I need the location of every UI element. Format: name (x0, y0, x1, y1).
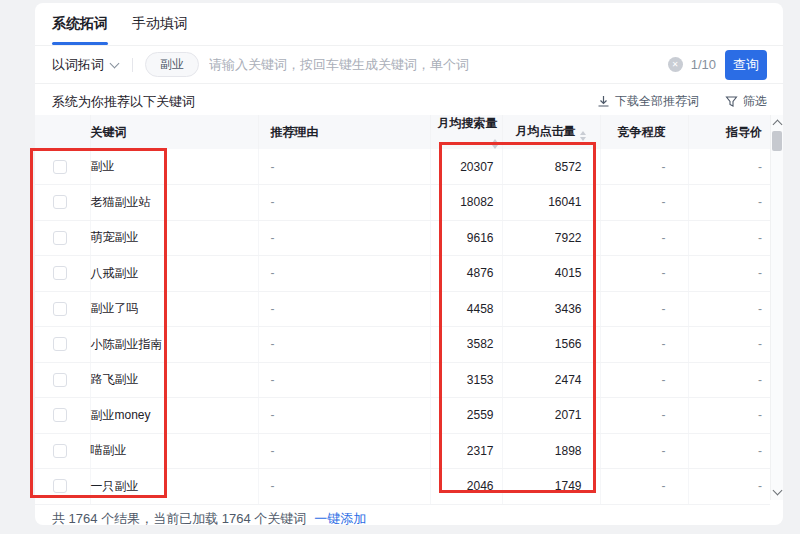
keyword-input[interactable]: 请输入关键词，按回车键生成关键词，单个词 (209, 56, 668, 74)
row-checkbox[interactable] (53, 195, 67, 209)
recommend-title: 系统为你推荐以下关键词 (52, 93, 571, 111)
checkbox-cell (35, 469, 90, 505)
row-checkbox[interactable] (53, 373, 67, 387)
competition-cell: - (600, 185, 688, 221)
recommend-header: 系统为你推荐以下关键词 下载全部推荐词 筛选 (35, 84, 783, 115)
price-cell: - (688, 469, 770, 505)
column-header-reason: 推荐理由 (258, 115, 430, 149)
table-row: 副业money - 2559 2071 - - (35, 398, 770, 434)
row-checkbox[interactable] (53, 337, 67, 351)
keyword-tag[interactable]: 副业 (145, 52, 199, 77)
checkbox-cell (35, 433, 90, 469)
sort-icon[interactable] (580, 131, 586, 141)
reason-cell: - (258, 220, 430, 256)
keyword-cell: 萌宠副业 (90, 220, 258, 256)
competition-cell: - (600, 149, 688, 185)
search-volume-cell: 9616 (430, 220, 502, 256)
keyword-cell: 副业money (90, 398, 258, 434)
search-volume-cell: 20307 (430, 149, 502, 185)
table-header-row: 关键词 推荐理由 月均搜索量 月均点击量 竞争程度 指导价 (35, 115, 770, 149)
table-row: 小陈副业指南 - 3582 1566 - - (35, 327, 770, 363)
checkbox-cell (35, 291, 90, 327)
keyword-table: 关键词 推荐理由 月均搜索量 月均点击量 竞争程度 指导价 副业 - 20307 (35, 115, 783, 505)
column-header-search-volume[interactable]: 月均搜索量 (430, 115, 502, 149)
select-all-header (35, 115, 90, 149)
row-checkbox[interactable] (53, 160, 67, 174)
reason-cell: - (258, 185, 430, 221)
checkbox-cell (35, 256, 90, 292)
download-all-button[interactable]: 下载全部推荐词 (597, 93, 699, 110)
competition-cell: - (600, 398, 688, 434)
row-checkbox[interactable] (53, 231, 67, 245)
expand-mode-select[interactable]: 以词拓词 (52, 56, 118, 74)
checkbox-cell (35, 327, 90, 363)
keyword-cell: 八戒副业 (90, 256, 258, 292)
vertical-scrollbar[interactable] (770, 115, 783, 500)
reason-cell: - (258, 398, 430, 434)
clear-icon[interactable] (668, 57, 683, 72)
add-all-link[interactable]: 一键添加 (314, 510, 366, 526)
price-cell: - (688, 185, 770, 221)
checkbox-cell (35, 220, 90, 256)
row-checkbox[interactable] (53, 408, 67, 422)
competition-cell: - (600, 220, 688, 256)
click-volume-cell: 3436 (502, 291, 600, 327)
price-cell: - (688, 327, 770, 363)
click-volume-cell: 8572 (502, 149, 600, 185)
search-volume-cell: 18082 (430, 185, 502, 221)
price-cell: - (688, 433, 770, 469)
table-row: 萌宠副业 - 9616 7922 - - (35, 220, 770, 256)
price-cell: - (688, 220, 770, 256)
row-checkbox[interactable] (53, 479, 67, 493)
click-volume-cell: 16041 (502, 185, 600, 221)
filter-button[interactable]: 筛选 (725, 93, 767, 110)
keyword-cell: 老猫副业站 (90, 185, 258, 221)
click-volume-cell: 1566 (502, 327, 600, 363)
query-button[interactable]: 查询 (725, 50, 767, 80)
reason-cell: - (258, 433, 430, 469)
tag-counter: 1/10 (691, 57, 716, 72)
keyword-cell: 副业 (90, 149, 258, 185)
click-volume-cell: 7922 (502, 220, 600, 256)
table-row: 喵副业 - 2317 1898 - - (35, 433, 770, 469)
row-checkbox[interactable] (53, 444, 67, 458)
competition-cell: - (600, 469, 688, 505)
reason-cell: - (258, 291, 430, 327)
keyword-cell: 一只副业 (90, 469, 258, 505)
sort-icon[interactable] (492, 139, 498, 149)
scroll-down-icon[interactable] (773, 486, 783, 496)
table-row: 副业了吗 - 4458 3436 - - (35, 291, 770, 327)
tab-label: 系统拓词 (52, 15, 108, 33)
tab-manual-fill[interactable]: 手动填词 (132, 3, 188, 45)
scroll-up-icon[interactable] (773, 120, 783, 130)
checkbox-cell (35, 185, 90, 221)
search-volume-cell: 2046 (430, 469, 502, 505)
scrollbar-thumb[interactable] (772, 131, 782, 151)
download-all-label: 下载全部推荐词 (615, 93, 699, 110)
search-bar: 以词拓词 副业 请输入关键词，按回车键生成关键词，单个词 1/10 查询 (35, 46, 783, 84)
click-volume-cell: 1898 (502, 433, 600, 469)
price-cell: - (688, 256, 770, 292)
reason-cell: - (258, 149, 430, 185)
checkbox-cell (35, 362, 90, 398)
price-cell: - (688, 291, 770, 327)
tab-label: 手动填词 (132, 15, 188, 33)
results-footer: 共 1764 个结果，当前已加载 1764 个关键词 一键添加 (35, 505, 783, 526)
competition-cell: - (600, 291, 688, 327)
competition-cell: - (600, 433, 688, 469)
click-volume-cell: 4015 (502, 256, 600, 292)
table-row: 路飞副业 - 3153 2474 - - (35, 362, 770, 398)
tab-bar: 系统拓词 手动填词 (35, 3, 783, 46)
tab-system-expand[interactable]: 系统拓词 (52, 3, 108, 45)
table-row: 副业 - 20307 8572 - - (35, 149, 770, 185)
row-checkbox[interactable] (53, 302, 67, 316)
table-row: 八戒副业 - 4876 4015 - - (35, 256, 770, 292)
search-volume-cell: 4876 (430, 256, 502, 292)
divider (132, 58, 133, 72)
row-checkbox[interactable] (53, 266, 67, 280)
search-volume-cell: 2559 (430, 398, 502, 434)
keyword-tool-panel: 系统拓词 手动填词 以词拓词 副业 请输入关键词，按回车键生成关键词，单个词 1… (35, 3, 783, 525)
column-header-click-volume[interactable]: 月均点击量 (502, 115, 600, 149)
price-cell: - (688, 362, 770, 398)
checkbox-cell (35, 398, 90, 434)
